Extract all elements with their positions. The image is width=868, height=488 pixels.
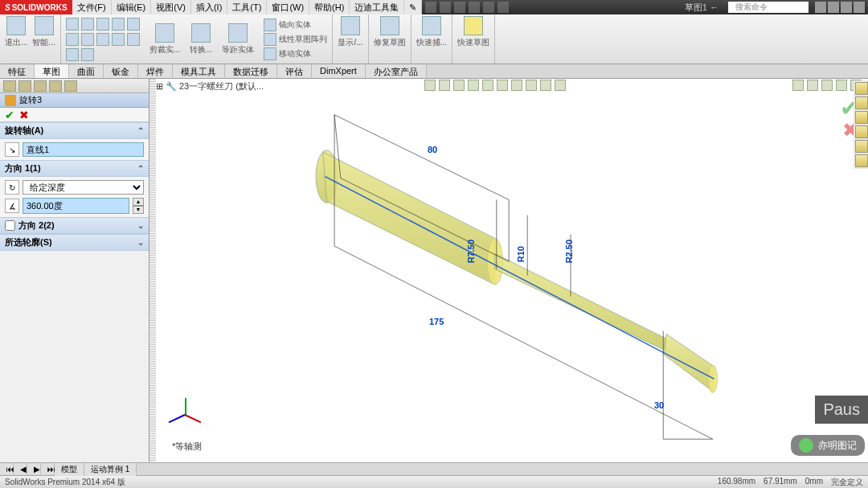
dim-80[interactable]: 80 <box>428 145 437 154</box>
render-icon[interactable] <box>555 80 566 91</box>
dim-30[interactable]: 30 <box>654 400 664 410</box>
tab-surface[interactable]: 曲面 <box>69 64 104 78</box>
file-explorer-icon[interactable] <box>855 111 868 124</box>
open-icon[interactable] <box>440 2 451 13</box>
mirror-button[interactable]: 镜向实体 <box>264 18 327 31</box>
line-tool[interactable] <box>66 18 79 31</box>
polygon-tool[interactable] <box>66 33 79 46</box>
pattern-button[interactable]: 线性草图阵列 <box>264 33 327 46</box>
text-tool[interactable] <box>127 33 140 46</box>
config-icon[interactable] <box>34 80 47 92</box>
cancel-button[interactable]: ✖ <box>19 109 29 121</box>
tab-mold[interactable]: 模具工具 <box>173 64 225 78</box>
offset-button[interactable]: 等距实体 <box>222 23 254 55</box>
repair-button[interactable]: 修复草图 <box>374 16 406 48</box>
menu-tools[interactable]: 工具(T) <box>227 0 267 14</box>
spline-tool[interactable] <box>127 18 140 31</box>
reverse-icon[interactable]: ↻ <box>5 180 19 195</box>
search-box[interactable]: ⌕ 搜索命令 <box>728 2 809 13</box>
angle-input[interactable]: 360.00度 <box>23 198 129 214</box>
appearance-icon[interactable] <box>540 80 551 91</box>
plane-tool[interactable] <box>81 48 94 61</box>
dim-r10[interactable]: R10 <box>516 246 526 262</box>
viewport[interactable]: 🔧 23一字螺丝刀 (默认... <box>156 79 868 462</box>
property-icon[interactable] <box>18 80 31 92</box>
slot-tool[interactable] <box>81 33 94 46</box>
vp-icon2[interactable] <box>807 80 818 91</box>
display-button[interactable]: 显示/... <box>338 16 362 48</box>
custom-props-icon[interactable] <box>855 154 868 167</box>
menu-maidi[interactable]: 迈迪工具集 <box>350 0 404 14</box>
vp-max-icon[interactable] <box>836 80 847 91</box>
axis-input[interactable] <box>23 142 144 157</box>
ok-button[interactable]: ✔ <box>5 109 14 121</box>
menu-view[interactable]: 视图(V) <box>151 0 191 14</box>
view-orient-icon[interactable] <box>482 80 493 91</box>
dir1-section-header[interactable]: 方向 1(1) ⌃ <box>0 160 149 177</box>
resources-icon[interactable] <box>855 82 868 95</box>
tab-nav-first[interactable]: ⏮ <box>0 464 14 474</box>
feature-tree-icon[interactable] <box>3 80 16 92</box>
display-icon[interactable] <box>64 80 77 92</box>
tab-nav-last[interactable]: ⏭ <box>41 464 55 474</box>
dim-175[interactable]: 175 <box>429 317 444 326</box>
new-icon[interactable] <box>425 2 436 13</box>
menu-pin-icon[interactable]: ✎ <box>404 0 422 14</box>
tab-motion[interactable]: 运动算例 1 <box>84 463 137 476</box>
ellipse-tool[interactable] <box>96 33 109 46</box>
view-palette-icon[interactable] <box>855 125 868 138</box>
model-canvas[interactable] <box>156 92 868 462</box>
contour-section-header[interactable]: 所选轮廓(S) ⌄ <box>0 234 149 251</box>
tab-dimxpert[interactable]: DimXpert <box>312 64 366 78</box>
scene-icon[interactable] <box>526 80 537 91</box>
move-button[interactable]: 移动实体 <box>264 47 327 60</box>
dir2-section-header[interactable]: 方向 2(2) ⌄ <box>0 217 149 234</box>
axis-section-header[interactable]: 旋转轴(A) ⌃ <box>0 122 149 139</box>
tab-office[interactable]: 办公室产品 <box>366 64 427 78</box>
tab-features[interactable]: 特征 <box>0 64 35 78</box>
exit-sketch-button[interactable]: 退出... <box>5 16 27 48</box>
help-icon[interactable] <box>815 2 826 13</box>
tab-model[interactable]: 模型 <box>55 463 84 476</box>
rect-tool[interactable] <box>81 18 94 31</box>
point-tool[interactable] <box>66 48 79 61</box>
convert-button[interactable]: 转换... <box>190 23 212 55</box>
maximize-icon[interactable] <box>841 2 852 13</box>
arc-tool[interactable] <box>112 18 125 31</box>
trim-button[interactable]: 剪裁实... <box>149 23 180 55</box>
menu-edit[interactable]: 编辑(E) <box>112 0 152 14</box>
dim-r250[interactable]: R2.50 <box>564 240 574 263</box>
dim-r750[interactable]: R7.50 <box>466 240 476 263</box>
prev-view-icon[interactable] <box>453 80 465 91</box>
undo-icon[interactable] <box>483 2 494 13</box>
hide-show-icon[interactable] <box>511 80 522 91</box>
panel-resize-grip[interactable] <box>149 79 156 462</box>
appearances-icon[interactable] <box>855 140 868 153</box>
minimize-icon[interactable] <box>828 2 839 13</box>
tab-evaluate[interactable]: 评估 <box>277 64 312 78</box>
close-icon[interactable] <box>854 2 865 13</box>
menu-file[interactable]: 文件(F) <box>72 0 112 14</box>
print-icon[interactable] <box>469 2 480 13</box>
dir1-type-select[interactable]: 给定深度 <box>23 180 144 195</box>
section-icon[interactable] <box>468 80 479 91</box>
tab-nav-prev[interactable]: ◀ <box>14 464 27 474</box>
menu-window[interactable]: 窗口(W) <box>267 0 309 14</box>
zoom-fit-icon[interactable] <box>424 80 436 91</box>
snap-button[interactable]: 快速捕... <box>416 16 447 48</box>
tab-weldment[interactable]: 焊件 <box>138 64 173 78</box>
quick-sketch-button[interactable]: 快速草图 <box>457 16 489 48</box>
tab-sheetmetal[interactable]: 钣金 <box>104 64 138 78</box>
zoom-area-icon[interactable] <box>439 80 450 91</box>
view-triad[interactable] <box>170 398 203 430</box>
design-lib-icon[interactable] <box>855 96 868 109</box>
tab-nav-next[interactable]: ▶ <box>27 464 41 474</box>
vp-min-icon[interactable] <box>821 80 833 91</box>
save-icon[interactable] <box>454 2 465 13</box>
dir2-checkbox[interactable] <box>5 220 15 231</box>
opts-icon[interactable] <box>497 2 509 13</box>
smart-dim-button[interactable]: 智能... <box>32 16 55 48</box>
menu-insert[interactable]: 插入(I) <box>191 0 227 14</box>
menu-help[interactable]: 帮助(H) <box>309 0 350 14</box>
angle-spinner[interactable]: ▲▼ <box>133 198 144 214</box>
